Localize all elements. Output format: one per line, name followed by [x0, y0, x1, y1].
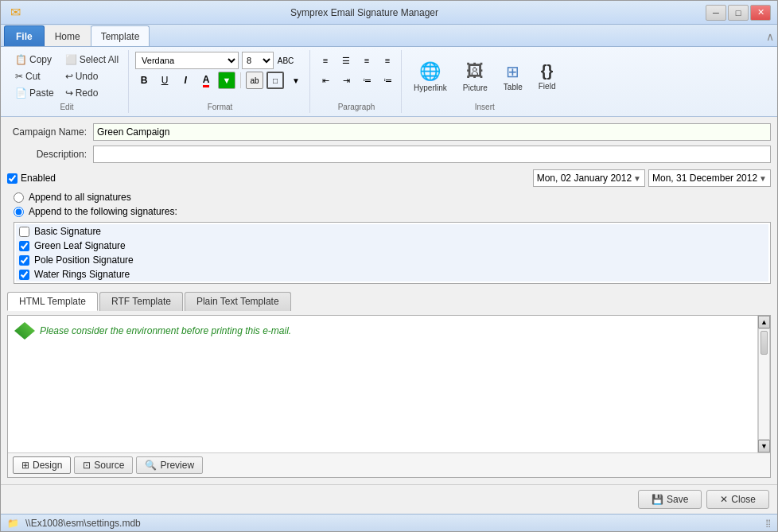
sig-checkbox-2[interactable] — [19, 255, 29, 266]
undo-button[interactable]: ↩ Undo — [60, 68, 123, 84]
bottom-toolbar: 💾 Save ✕ Close — [1, 484, 777, 514]
scroll-down-button[interactable]: ▼ — [758, 440, 770, 452]
design-icon: ⊞ — [21, 460, 29, 471]
tab-file[interactable]: File — [4, 25, 45, 46]
undo-icon: ↩ — [65, 71, 73, 82]
redo-icon: ↪ — [65, 87, 73, 99]
redo-button[interactable]: ↪ Redo — [60, 85, 123, 101]
bullet-list-button[interactable]: ≔ — [358, 72, 375, 89]
template-editor[interactable]: Please consider the environment before p… — [8, 316, 757, 452]
highlight-color-button[interactable]: ▼ — [218, 72, 235, 89]
maximize-button[interactable]: □ — [728, 5, 749, 21]
paste-icon: 📄 — [15, 87, 27, 99]
tab-template[interactable]: Template — [91, 25, 150, 46]
field-button[interactable]: {} Field — [533, 59, 562, 94]
sig-label-3[interactable]: Water Rings Signature — [34, 269, 130, 280]
campaign-name-input[interactable] — [93, 123, 771, 141]
source-view-button[interactable]: ⊡ Source — [74, 456, 133, 474]
title-bar: ✉ Symprex Email Signature Manager ─ □ ✕ — [1, 1, 777, 25]
enabled-checkbox[interactable] — [7, 173, 18, 184]
status-bar: 📁 \\Ex1008\esm\settings.mdb ⣿ — [1, 514, 777, 531]
table-button[interactable]: ⊞ Table — [498, 59, 528, 95]
source-icon: ⊡ — [83, 460, 91, 471]
align-left-button[interactable]: ≡ — [317, 52, 334, 69]
description-input[interactable] — [93, 146, 771, 163]
font-color-button[interactable]: A — [197, 72, 215, 89]
align-center-button[interactable]: ☰ — [337, 52, 355, 69]
cut-button[interactable]: ✂ Cut — [10, 68, 59, 84]
description-label: Description: — [7, 149, 87, 160]
sig-checkbox-1[interactable] — [19, 241, 29, 251]
ribbon: File Home Template ∧ 📋 Copy ✂ — [1, 25, 777, 117]
window-controls: ─ □ ✕ — [706, 5, 771, 21]
tab-html-template[interactable]: HTML Template — [7, 292, 98, 311]
indent-increase-button[interactable]: ⇥ — [337, 72, 355, 89]
sig-label-2[interactable]: Pole Position Signature — [34, 254, 134, 266]
spell-check-button[interactable]: ABC — [277, 52, 294, 69]
copy-icon: 📋 — [15, 54, 27, 65]
campaign-name-row: Campaign Name: — [7, 123, 771, 141]
main-window: ✉ Symprex Email Signature Manager ─ □ ✕ … — [0, 0, 778, 532]
sig-item-3: Water Rings Signature — [16, 267, 768, 282]
scroll-track[interactable] — [758, 328, 770, 440]
close-dialog-icon: ✕ — [720, 494, 728, 505]
text-highlight-button[interactable]: ab — [246, 72, 263, 89]
env-text: Please consider the environment before p… — [40, 325, 291, 336]
append-following-radio-item[interactable]: Append to the following signatures: — [14, 206, 771, 217]
scroll-up-button[interactable]: ▲ — [758, 316, 770, 328]
sig-label-0[interactable]: Basic Signature — [34, 226, 101, 237]
italic-button[interactable]: I — [177, 72, 194, 89]
numbered-list-button[interactable]: ≔ — [379, 72, 396, 89]
select-all-icon: ⬜ — [65, 54, 77, 65]
insert-group-content: 🌐 Hyperlink 🖼 Picture ⊞ Table {} Field — [408, 52, 561, 101]
ribbon-collapse-icon[interactable]: ∧ — [766, 30, 774, 46]
enabled-label[interactable]: Enabled — [21, 173, 56, 184]
close-dialog-button[interactable]: ✕ Close — [706, 490, 769, 509]
app-icon: ✉ — [7, 5, 23, 21]
ribbon-group-format: Verdana Arial Times New Roman 8 10 12 14… — [130, 50, 310, 113]
sig-label-1[interactable]: Green Leaf Signature — [34, 240, 126, 251]
sig-checkbox-0[interactable] — [19, 227, 29, 237]
append-all-radio[interactable] — [14, 192, 24, 203]
sig-item-0: Basic Signature — [16, 224, 768, 239]
sig-item-1: Green Leaf Signature — [16, 239, 768, 253]
resize-handle-icon[interactable]: ⣿ — [765, 518, 771, 527]
preview-button[interactable]: 🔍 Preview — [136, 456, 203, 474]
edit-group-content: 📋 Copy ✂ Cut 📄 Paste — [10, 52, 123, 101]
start-date-arrow-icon: ▼ — [633, 174, 641, 183]
underline-button[interactable]: U — [156, 72, 173, 89]
minimize-button[interactable]: ─ — [706, 5, 726, 21]
save-button[interactable]: 💾 Save — [638, 490, 702, 509]
enabled-row: Enabled Mon, 02 January 2012 ▼ Mon, 31 D… — [7, 169, 771, 187]
paste-button[interactable]: 📄 Paste — [10, 85, 59, 101]
end-date-dropdown[interactable]: Mon, 31 December 2012 ▼ — [648, 169, 771, 187]
tab-rtf-template[interactable]: RTF Template — [99, 292, 183, 311]
start-date-dropdown[interactable]: Mon, 02 January 2012 ▼ — [533, 169, 645, 187]
bold-button[interactable]: B — [135, 72, 153, 89]
scroll-thumb[interactable] — [760, 331, 768, 355]
copy-button[interactable]: 📋 Copy — [10, 52, 59, 68]
append-all-radio-item[interactable]: Append to all signatures — [14, 192, 771, 203]
design-view-button[interactable]: ⊞ Design — [13, 456, 71, 474]
font-row: Verdana Arial Times New Roman 8 10 12 14… — [135, 52, 294, 69]
tab-home[interactable]: Home — [45, 25, 91, 46]
hyperlink-button[interactable]: 🌐 Hyperlink — [408, 58, 453, 95]
font-family-select[interactable]: Verdana Arial Times New Roman — [135, 52, 239, 69]
align-row: ≡ ☰ ≡ ≡ — [317, 52, 396, 69]
select-all-button[interactable]: ⬜ Select All — [60, 52, 123, 68]
align-right-button[interactable]: ≡ — [358, 52, 375, 69]
ribbon-group-edit: 📋 Copy ✂ Cut 📄 Paste — [6, 50, 129, 113]
indent-decrease-button[interactable]: ⇤ — [317, 72, 334, 89]
format-dropdown[interactable]: ▼ — [287, 72, 305, 89]
save-icon: 💾 — [652, 494, 663, 505]
close-button[interactable]: ✕ — [750, 5, 771, 21]
append-following-radio[interactable] — [14, 207, 24, 217]
font-size-select[interactable]: 8 10 12 14 — [242, 52, 274, 69]
window-title: Symprex Email Signature Manager — [23, 7, 706, 18]
tab-plain-text-template[interactable]: Plain Text Template — [185, 292, 291, 311]
format-group-content: Verdana Arial Times New Roman 8 10 12 14… — [135, 52, 305, 101]
picture-button[interactable]: 🖼 Picture — [457, 58, 493, 95]
sig-checkbox-3[interactable] — [19, 270, 29, 280]
border-button[interactable]: □ — [266, 72, 284, 89]
justify-button[interactable]: ≡ — [379, 52, 396, 69]
